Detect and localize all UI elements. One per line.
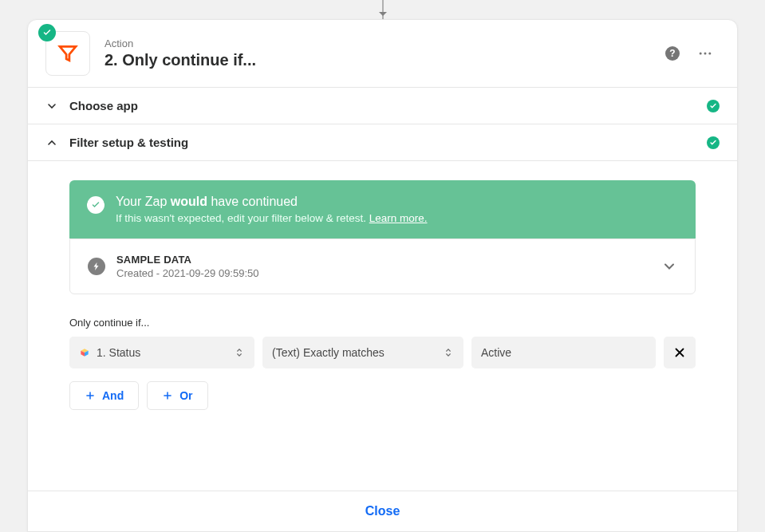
- success-icon: [87, 196, 104, 214]
- add-or-button[interactable]: Or: [147, 381, 207, 410]
- sample-detail: Created - 2021-09-29 09:59:50: [116, 267, 259, 279]
- sort-icon: [234, 345, 245, 360]
- app-cube-icon: [79, 347, 90, 358]
- section-choose-app[interactable]: Choose app: [28, 88, 737, 124]
- test-result-banner: Your Zap would have continued If this wa…: [69, 180, 696, 238]
- section-title: Filter setup & testing: [69, 136, 188, 149]
- filter-icon: [56, 41, 80, 65]
- flow-connector: [382, 0, 384, 19]
- app-badge: [45, 31, 90, 76]
- step-card: Action 2. Only continue if... ? Choose a…: [27, 19, 738, 532]
- condition-label: Only continue if...: [69, 317, 696, 329]
- svg-point-0: [700, 53, 702, 55]
- section-title: Choose app: [69, 99, 138, 112]
- bolt-icon: [88, 258, 105, 275]
- sort-icon: [443, 345, 454, 360]
- condition-value-input-wrap: [471, 337, 656, 368]
- operator-name: (Text) Exactly matches: [272, 346, 384, 359]
- banner-title: Your Zap would have continued: [116, 195, 428, 209]
- chevron-down-icon: [661, 258, 677, 274]
- step-header: Action 2. Only continue if... ?: [28, 20, 737, 88]
- svg-point-2: [708, 53, 711, 55]
- close-icon: [672, 345, 687, 360]
- field-name: 1. Status: [97, 346, 140, 359]
- condition-operator-select[interactable]: (Text) Exactly matches: [262, 337, 463, 368]
- condition-value-input[interactable]: [481, 346, 646, 359]
- card-footer: Close: [28, 491, 737, 531]
- step-title: 2. Only continue if...: [104, 51, 256, 69]
- sample-data-row[interactable]: SAMPLE DATA Created - 2021-09-29 09:59:5…: [69, 238, 696, 294]
- chevron-down-icon: [45, 100, 58, 112]
- step-complete-icon: [38, 24, 56, 41]
- banner-desc: If this wasn't expected, edit your filte…: [116, 212, 428, 224]
- delete-condition-button[interactable]: [664, 337, 696, 368]
- svg-point-1: [704, 53, 707, 55]
- plus-icon: [162, 390, 173, 401]
- more-icon[interactable]: [697, 45, 713, 61]
- close-button[interactable]: Close: [365, 504, 400, 518]
- plus-icon: [85, 390, 96, 401]
- add-and-button[interactable]: And: [69, 381, 139, 410]
- sample-heading: SAMPLE DATA: [116, 254, 259, 266]
- section-complete-icon: [707, 136, 720, 149]
- learn-more-link[interactable]: Learn more.: [369, 212, 428, 224]
- step-type-label: Action: [104, 37, 256, 49]
- section-filter-setup[interactable]: Filter setup & testing: [28, 124, 737, 161]
- section-complete-icon: [707, 100, 720, 112]
- help-icon[interactable]: ?: [665, 46, 680, 61]
- chevron-up-icon: [45, 136, 58, 149]
- condition-field-select[interactable]: 1. Status: [69, 337, 254, 368]
